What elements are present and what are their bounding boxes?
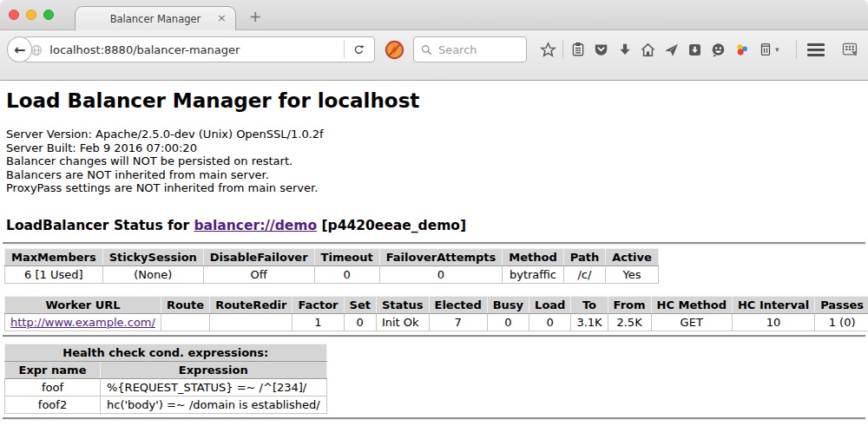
- window-controls: [9, 10, 54, 20]
- cell-worker-url: http://www.example.com/: [5, 313, 161, 331]
- col-route: Route: [161, 296, 209, 313]
- cell-elected: 7: [429, 313, 487, 331]
- smiley-chat-icon: [710, 42, 727, 58]
- col-passes: Passes: [815, 296, 868, 313]
- server-version-line: Server Version: Apache/2.5.0-dev (Unix) …: [6, 128, 868, 141]
- reading-list-button[interactable]: [566, 37, 589, 62]
- url-text[interactable]: localhost:8880/balancer-manager: [49, 43, 344, 56]
- home-icon: [640, 42, 656, 58]
- table-row: 6 [1 Used] (None) Off 0 0 bytraffic /c/ …: [5, 265, 659, 283]
- col-path: Path: [563, 248, 605, 265]
- table-row: foof2 hc('body') =~ /domain is establish…: [5, 396, 327, 413]
- table-row: foof %{REQUEST_STATUS} =~ /^[234]/: [5, 378, 327, 396]
- health-check-table: Health check cond. expressions: Expr nam…: [4, 344, 327, 414]
- reading-list-icon: [570, 42, 586, 57]
- send-plane-button[interactable]: [660, 37, 683, 62]
- smiley-chat-button[interactable]: [707, 37, 730, 62]
- persist-note-line: Balancer changes will NOT be persisted o…: [6, 154, 868, 168]
- col-status: Status: [376, 296, 429, 313]
- minimize-window-button[interactable]: [26, 10, 36, 20]
- containers-icon: [758, 42, 773, 57]
- pocket-button[interactable]: [589, 37, 613, 62]
- url-bar[interactable]: localhost:8880/balancer-manager: [23, 36, 375, 62]
- download-button[interactable]: [613, 37, 636, 62]
- search-placeholder: Search: [438, 43, 477, 56]
- colored-dots-icon[interactable]: [730, 37, 753, 62]
- cell-expression: %{REQUEST_STATUS} =~ /^[234]/: [101, 378, 327, 396]
- cell-route: [161, 313, 209, 331]
- status-heading-suffix: [p4420eeae_demo]: [317, 218, 466, 233]
- cell-hc-interval: 10: [732, 313, 814, 331]
- cell-from: 2.5K: [608, 313, 651, 331]
- server-built-line: Server Built: Feb 9 2016 07:00:20: [6, 141, 868, 155]
- proxypass-note-line: ProxyPass settings are NOT inherited fro…: [6, 181, 868, 195]
- col-load: Load: [529, 296, 571, 313]
- col-stickysession: StickySession: [102, 248, 203, 265]
- nav-toolbar: ← localhost:8880/balancer-manager: [0, 30, 868, 81]
- bookmark-star-button[interactable]: [536, 37, 560, 62]
- cell-stickysession: (None): [102, 265, 203, 283]
- cell-failoverattempts: 0: [379, 265, 503, 283]
- worker-url-link[interactable]: http://www.example.com/: [10, 316, 155, 329]
- new-tab-button[interactable]: +: [246, 8, 265, 25]
- tab-close-icon[interactable]: ×: [217, 11, 227, 24]
- balancer-status-table: MaxMembers StickySession DisableFailover…: [4, 248, 659, 284]
- send-plane-icon: [663, 42, 680, 58]
- browser-tab[interactable]: Balancer Manager ×: [75, 6, 236, 30]
- browser-window: Balancer Manager × + ← localhost:8880/ba…: [0, 0, 868, 426]
- table-header-row: Expr name Expression: [5, 361, 327, 378]
- divider: [3, 335, 865, 337]
- balancer-link[interactable]: balancer://demo: [194, 218, 317, 233]
- col-method: Method: [503, 248, 563, 265]
- reload-button[interactable]: [345, 37, 374, 62]
- tab-bar: Balancer Manager × +: [0, 0, 868, 30]
- toolbar-icons: ▾: [536, 36, 786, 62]
- tab-title: Balancer Manager: [110, 13, 201, 25]
- cell-active: Yes: [606, 265, 659, 283]
- keyboard-grid-button[interactable]: [838, 37, 861, 62]
- cell-disablefailover: Off: [203, 265, 314, 283]
- home-button[interactable]: [636, 37, 660, 62]
- cell-timeout: 0: [314, 265, 379, 283]
- menu-button[interactable]: [807, 43, 825, 56]
- containers-button[interactable]: [753, 37, 777, 62]
- cell-set: 0: [344, 313, 376, 331]
- cell-to: 3.1K: [571, 313, 608, 331]
- status-heading-prefix: LoadBalancer Status for: [6, 218, 194, 233]
- download-icon: [617, 42, 633, 57]
- table-header-row: MaxMembers StickySession DisableFailover…: [5, 248, 659, 265]
- col-worker-url: Worker URL: [5, 296, 161, 313]
- cell-load: 0: [529, 313, 571, 331]
- bookmark-star-icon: [540, 42, 556, 58]
- chevron-down-icon[interactable]: ▾: [775, 45, 786, 54]
- worker-status-table: Worker URL Route RouteRedir Factor Set S…: [4, 296, 868, 331]
- pocket-icon: [593, 42, 609, 58]
- cell-expr-name: foof2: [5, 396, 101, 413]
- col-expr-name: Expr name: [5, 361, 101, 378]
- cell-maxmembers: 6 [1 Used]: [5, 265, 103, 283]
- search-bar[interactable]: Search: [413, 36, 527, 62]
- col-failoverattempts: FailoverAttempts: [379, 248, 503, 265]
- inherit-note-line: Balancers are NOT inherited from main se…: [6, 168, 868, 182]
- zoom-window-button[interactable]: [43, 10, 54, 20]
- cell-factor: 1: [293, 313, 344, 331]
- page-title: Load Balancer Manager for localhost: [6, 88, 868, 113]
- save-box-icon: [687, 42, 703, 58]
- health-table-title: Health check cond. expressions:: [5, 344, 327, 361]
- flash-blocked-icon[interactable]: [385, 40, 404, 60]
- col-set: Set: [344, 296, 376, 313]
- col-from: From: [608, 296, 651, 313]
- keyboard-grid-icon: [841, 41, 858, 58]
- col-factor: Factor: [293, 296, 344, 313]
- col-disablefailover: DisableFailover: [203, 248, 314, 265]
- col-routeredir: RouteRedir: [210, 296, 293, 313]
- search-icon: [420, 43, 433, 56]
- cell-routeredir: [210, 313, 293, 331]
- cell-method: bytraffic: [503, 265, 563, 283]
- table-header-row: Worker URL Route RouteRedir Factor Set S…: [5, 296, 868, 313]
- cell-status: Init Ok: [376, 313, 429, 331]
- close-window-button[interactable]: [9, 10, 19, 20]
- cell-expression: hc('body') =~ /domain is established/: [101, 396, 327, 413]
- save-box-button[interactable]: [683, 37, 707, 62]
- table-row: http://www.example.com/ 1 0 Init Ok 7 0 …: [5, 313, 868, 331]
